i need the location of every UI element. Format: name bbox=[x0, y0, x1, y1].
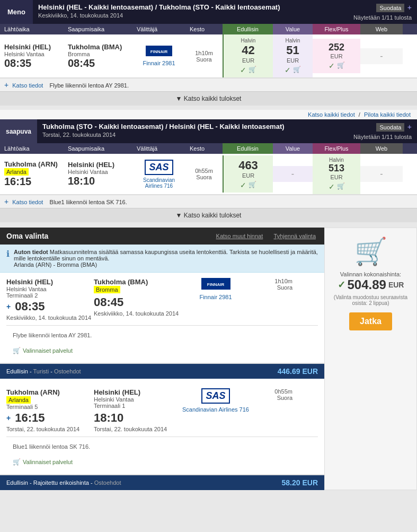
col-header-lahto: Lähtöaika bbox=[0, 24, 64, 34]
outbound-price-flexplus-cell[interactable]: 252 EUR ✓ 🛒 bbox=[313, 39, 360, 73]
outbound-price-edullisin-cell[interactable]: Halvin 42 EUR ✓ 🛒 bbox=[223, 34, 273, 77]
inbound-to-city: Helsinki (HEL) bbox=[68, 161, 128, 169]
cart-icon-4: 🛒 bbox=[249, 181, 256, 189]
outbound-price-value-cell[interactable]: Halvin 51 EUR ✓ 🛒 bbox=[273, 34, 313, 77]
inbound-direct: Suora bbox=[190, 174, 218, 180]
inbound-katso-kaikki-link[interactable]: Katso kaikki tiedot bbox=[308, 111, 355, 118]
inbound-flight-row[interactable]: Tukholma (ARN) Arlanda 16:15 Helsinki (H… bbox=[0, 154, 417, 195]
oma-flight1-from-terminal: Terminaali 2 bbox=[6, 292, 94, 299]
outbound-price-flexplus: 252 bbox=[315, 42, 358, 53]
oma-flight2-plus[interactable]: + bbox=[6, 414, 11, 422]
check-icon-2: ✓ bbox=[285, 66, 291, 74]
cart-note: (Valinta muodostuu seuraavista osista: 2… bbox=[333, 294, 409, 306]
outbound-katso-tiedot-link[interactable]: Katso tiedot bbox=[12, 82, 43, 89]
oma-flight2-direct: Suora bbox=[250, 395, 292, 401]
outbound-eur1: EUR bbox=[226, 57, 271, 64]
inbound-price-flexplus: 513 bbox=[315, 163, 358, 174]
inbound-price-flexplus-cell[interactable]: Halvin 513 EUR ✓ 🛒 bbox=[313, 154, 360, 194]
price-check-icon: ✓ bbox=[338, 279, 345, 291]
oma-tyhjenna-link[interactable]: Tyhjennä valinta bbox=[274, 233, 316, 239]
outbound-date: Keskiviikko, 14. toukokuuta 2014 bbox=[38, 12, 343, 19]
oma-flight2-arrive-date: Torstai, 22. toukokuuta 2014 bbox=[94, 426, 181, 432]
inbound-depart-cell: Tukholma (ARN) Arlanda 16:15 bbox=[0, 157, 64, 191]
inbound-show-all-bar[interactable]: ▼ Katso kaikki tulokset bbox=[0, 208, 417, 222]
oma-flight2-airline: SAS Scandinavian Airlines 716 bbox=[181, 388, 250, 413]
oma-flight1-to: Tukholma (BMA) Bromma 08:45 Keskiviikko,… bbox=[94, 278, 181, 317]
outbound-suodata-button[interactable]: Suodata bbox=[376, 4, 404, 12]
oma-flight1-from-city: Helsinki (HEL) bbox=[6, 278, 94, 286]
inbound-show-all-label: ▼ Katso kaikki tulokset bbox=[176, 212, 242, 219]
oma-flight2-conditions[interactable]: Ostoehdot bbox=[94, 479, 121, 486]
oma-flight1-conditions[interactable]: Ostoehdot bbox=[54, 368, 81, 374]
oma-flight1-arrive-time: 08:45 bbox=[94, 295, 181, 309]
inbound-col-header-flexplus: Flex/Plus bbox=[313, 143, 360, 154]
inbound-col-header-valittaja: Välittäjä bbox=[132, 143, 185, 154]
col-header-web: Web bbox=[360, 24, 403, 34]
outbound-duration: 1h10m bbox=[190, 50, 218, 56]
inbound-suodata-button[interactable]: Suodata bbox=[376, 123, 404, 132]
svg-text:FINNAIR: FINNAIR bbox=[150, 49, 168, 54]
outbound-eur3: EUR bbox=[315, 53, 358, 59]
inbound-badge: saapuva bbox=[0, 119, 37, 143]
oma-flight2-price-type: Rajoitettu erikoishinta bbox=[33, 479, 89, 486]
inbound-price-value: - bbox=[275, 169, 310, 179]
oma-flight2-to-airport: Helsinki Vantaa bbox=[94, 396, 181, 403]
oma-flight1-direct: Suora bbox=[250, 284, 292, 291]
outbound-duration-cell: 1h10m Suora bbox=[185, 47, 223, 66]
inbound-arrive-time: 18:10 bbox=[68, 175, 128, 187]
cart-icon-3: 🛒 bbox=[337, 62, 345, 70]
oma-katso-muut-link[interactable]: Katso muut hinnat bbox=[216, 233, 263, 239]
outbound-price-web-cell[interactable]: - bbox=[360, 48, 403, 64]
check-icon-4: ✓ bbox=[240, 181, 246, 189]
inbound-col-header-value: Value bbox=[273, 143, 313, 154]
jatka-button[interactable]: Jatka bbox=[349, 312, 392, 330]
inbound-pilota-link[interactable]: Pilota kaikki tiedot bbox=[364, 111, 411, 118]
oma-flight2-footer: Blue1 liikennöi lentoa SK 716. 🛒 Valinna… bbox=[6, 437, 318, 469]
oma-flight2-note-row: Blue1 liikennöi lentoa SK 716. bbox=[6, 440, 318, 453]
oma-flight2-duration-col: 0h55m Suora bbox=[250, 388, 292, 401]
oma-flight1-airline-name[interactable]: Finnair 2981 bbox=[199, 294, 232, 300]
inbound-from-city: Tukholma (ARN) bbox=[4, 160, 59, 168]
oma-flight1-plus[interactable]: + bbox=[6, 302, 11, 311]
oma-finnair-logo: FINNAIR bbox=[201, 278, 230, 290]
inbound-col-header-lahto: Lähtöaika bbox=[0, 143, 64, 154]
outbound-to-airport: Bromma bbox=[68, 51, 128, 57]
oma-flight1-valinnaiset[interactable]: 🛒 Valinnaiset palvelut bbox=[6, 344, 318, 357]
outbound-show-all-bar[interactable]: ▼ Katso kaikki tulokset bbox=[0, 91, 417, 106]
oma-flight1-price-type[interactable]: Turisti bbox=[33, 368, 49, 374]
oma-info-text: Matkasuunnitelma sisältää samassa kaupun… bbox=[14, 249, 318, 261]
oma-sas-logo: SAS bbox=[201, 388, 229, 404]
inbound-arrive-cell: Helsinki (HEL) Helsinki Vantaa 18:10 bbox=[64, 158, 132, 190]
oma-flight1-arrive-time-wrap: 08:45 bbox=[94, 295, 181, 309]
oma-flight2-valinnaiset[interactable]: 🛒 Valinnaiset palvelut bbox=[6, 455, 318, 469]
oma-flight1-note: Flybe liikennöi lentoa AY 2981. bbox=[13, 332, 92, 338]
outbound-show-all-label: ▼ Katso kaikki tulokset bbox=[176, 95, 242, 102]
inbound-col-header-edullisin: Edullisin bbox=[223, 143, 273, 154]
outbound-halvin2: Halvin bbox=[275, 38, 310, 43]
cart-total-label: Valinnan kokonaishinta: bbox=[333, 271, 409, 277]
oma-flight1-to-city: Tukholma (BMA) bbox=[94, 278, 181, 286]
oma-flight2-airline-name[interactable]: Scandinavian Airlines 716 bbox=[182, 406, 249, 413]
inbound-expand-icon[interactable]: + bbox=[4, 197, 8, 206]
oma-flight2-from-terminal: Terminaali 5 bbox=[6, 404, 94, 410]
outbound-section: Meno Helsinki (HEL - Kaikki lentoasemat)… bbox=[0, 0, 417, 106]
outbound-suodata-area: Suodata + Näytetään 1/11 tulosta bbox=[348, 0, 417, 24]
oma-flight1-depart-date: Keskiviikko, 14. toukokuuta 2014 bbox=[6, 315, 94, 321]
col-header-saapuu: Saapumisaika bbox=[64, 24, 132, 34]
inbound-price-value-cell[interactable]: - bbox=[273, 166, 313, 182]
outbound-flight-row[interactable]: Helsinki (HEL) Helsinki Vantaa 08:35 Tuk… bbox=[0, 34, 417, 78]
oma-flight1-class: Edullisin bbox=[6, 368, 28, 374]
inbound-price-web-cell[interactable]: - bbox=[360, 166, 403, 182]
inbound-duration-cell: 0h55m Suora bbox=[185, 164, 223, 184]
inbound-katso-tiedot-link[interactable]: Katso tiedot bbox=[12, 199, 43, 205]
inbound-col-header-kesto: Kesto bbox=[185, 143, 223, 154]
inbound-price-edullisin-cell[interactable]: 463 EUR ✓ 🛒 bbox=[223, 155, 273, 193]
menu-button[interactable]: Meno bbox=[0, 0, 33, 24]
outbound-expand-icon[interactable]: + bbox=[4, 81, 8, 89]
inbound-plus-icon[interactable]: + bbox=[407, 123, 412, 131]
plus-icon[interactable]: + bbox=[407, 3, 412, 12]
oma-flight2-to-terminal: Terminaali 1 bbox=[94, 403, 181, 409]
cart-small-icon-2: 🛒 bbox=[13, 458, 21, 466]
finnair-logo-svg: FINNAIR bbox=[146, 46, 172, 56]
outbound-edullisin-icons: ✓ 🛒 bbox=[226, 66, 271, 74]
